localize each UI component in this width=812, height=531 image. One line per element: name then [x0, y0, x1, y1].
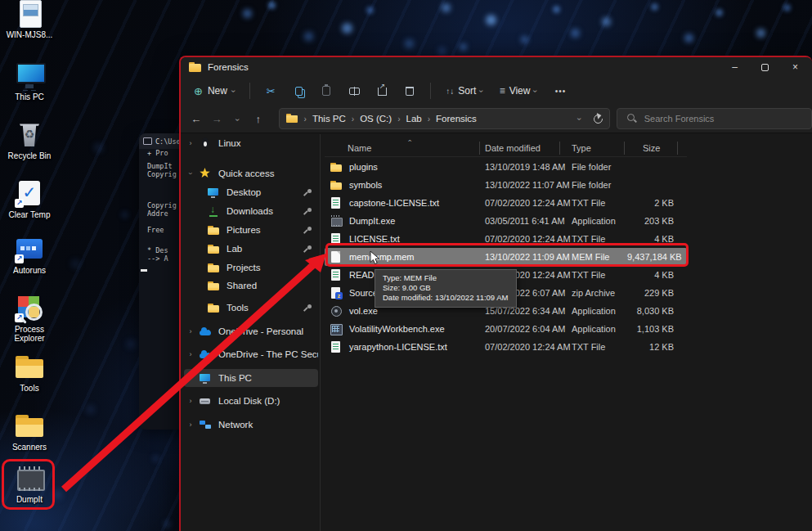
expand-chevron-icon[interactable]: › [184, 421, 197, 429]
sort-arrows-icon: ↑↓ [446, 87, 454, 96]
desktop-icon[interactable]: ↗ Process Explorer [2, 295, 56, 343]
sort-button[interactable]: ↑↓ Sort › [437, 85, 491, 97]
nav-item[interactable]: › Projects [184, 259, 318, 277]
shortcut-arrow-icon: ↗ [15, 254, 24, 263]
share-button[interactable] [368, 84, 396, 98]
shortcut-arrow-icon: ↗ [15, 313, 24, 322]
maximize-button[interactable] [750, 57, 780, 77]
navigation-pane: › Quick access › Desktop › Downloads [181, 134, 321, 531]
desktop-icon[interactable]: ↗ Scanners [2, 412, 56, 452]
file-date-modified: 07/02/2020 12:24 AM [485, 198, 572, 208]
refresh-icon[interactable] [593, 114, 603, 124]
nav-item[interactable]: › Tools [184, 299, 318, 317]
nav-item[interactable]: › Lab [184, 240, 318, 258]
breadcrumb-separator: › [304, 115, 307, 124]
nav-item-label: Pictures [227, 225, 304, 235]
pin-icon [304, 189, 312, 196]
new-button-label: New [208, 85, 227, 97]
column-header-size[interactable]: Size [625, 142, 678, 155]
expand-chevron-icon[interactable]: › [184, 397, 197, 405]
file-name: plugins [344, 162, 485, 172]
nav-item-label: Quick access [218, 169, 318, 178]
view-button[interactable]: ≡ View › [491, 85, 545, 97]
nav-item[interactable]: › Desktop [184, 183, 318, 201]
file-row[interactable]: DumpIt.exe 03/05/2011 6:41 AM Applicatio… [325, 212, 687, 230]
nav-item[interactable]: › Downloads [184, 202, 318, 220]
file-row[interactable]: VolatilityWorkbench.exe 20/07/2022 6:04 … [325, 320, 687, 338]
forward-button[interactable]: → [206, 113, 227, 125]
nav-item[interactable]: › Network [184, 416, 318, 434]
copy-button[interactable] [285, 84, 312, 98]
nav-item[interactable]: › OneDrive - The PC Security Channel [184, 345, 318, 363]
file-size: 4 KB [627, 270, 674, 280]
nav-item[interactable]: › Local Disk (D:) [184, 392, 318, 410]
back-button[interactable]: ← [186, 113, 206, 125]
desktop-icon[interactable]: ↗ This PC [2, 62, 56, 101]
desktop: ↗ This PC ↗ Recycle Bin ↗ Clear Temp [0, 0, 812, 531]
nav-item[interactable]: › OneDrive - Personal [184, 322, 318, 340]
file-date-modified: 20/07/2022 6:04 AM [485, 324, 572, 334]
desktop-icon[interactable]: ↗ Clear Temp [2, 180, 56, 219]
nav-item[interactable]: › Pictures [184, 221, 318, 239]
file-type: TXT File [572, 270, 627, 280]
file-row[interactable]: symbols 13/10/2022 11:07 AM File folder [325, 176, 687, 194]
more-options-button[interactable]: ••• [545, 87, 576, 96]
delete-button[interactable] [396, 84, 424, 98]
search-input[interactable] [644, 114, 800, 124]
nav-item-icon [207, 186, 220, 199]
column-header-type[interactable]: Type [560, 142, 625, 155]
search-box[interactable] [617, 108, 812, 129]
file-row[interactable]: yarapython-LICENSE.txt 07/02/2020 12:24 … [325, 338, 687, 356]
expand-chevron-icon[interactable]: › [184, 350, 197, 358]
column-header-date-modified[interactable]: Date modified [480, 142, 560, 155]
nav-item-label: Network [218, 420, 318, 430]
nav-item[interactable]: › Quick access [184, 164, 318, 182]
file-type: Application [572, 306, 627, 316]
desktop-icon[interactable]: ↗ Autoruns [2, 236, 56, 275]
breadcrumb-forensics[interactable]: Forensics [436, 114, 477, 124]
explorer-titlebar[interactable]: Forensics – × [181, 57, 812, 77]
breadcrumb-lab[interactable]: Lab [406, 114, 421, 124]
terminal-line: Copyrig [147, 201, 177, 209]
nav-item[interactable]: › Shared [184, 277, 318, 295]
desktop-icon[interactable]: ↗ WIN-MJS8... [2, 0, 56, 39]
file-size: 203 KB [627, 216, 674, 226]
explorer-toolbar: ⊕ New › ✂ ↑↓ Sort › ≡ View › ••• [181, 77, 812, 105]
breadcrumb-separator: › [428, 115, 430, 124]
file-row[interactable]: plugins 13/10/2019 1:48 AM File folder [325, 158, 687, 176]
column-header-name[interactable]: Name › [325, 142, 480, 155]
maximize-icon [761, 64, 769, 71]
rename-button[interactable] [340, 84, 368, 97]
cut-button[interactable]: ✂ [257, 85, 285, 97]
recent-locations-button[interactable]: › [233, 118, 242, 120]
close-button[interactable]: × [780, 57, 810, 77]
expand-chevron-icon[interactable]: › [186, 167, 195, 180]
address-dropdown-chevron[interactable]: › [576, 117, 585, 119]
file-icon [330, 178, 343, 191]
file-row[interactable]: capstone-LICENSE.txt 07/02/2020 12:24 AM… [325, 194, 687, 212]
breadcrumb-separator: › [397, 115, 400, 124]
desktop-icon-image: ↗ [15, 0, 44, 28]
desktop-icon-image: ↗ [15, 236, 44, 263]
expand-chevron-icon[interactable]: › [184, 139, 197, 147]
terminal-line: Copyrig [147, 170, 177, 178]
nav-item[interactable]: › This PC [184, 369, 318, 387]
paste-button[interactable] [312, 83, 340, 98]
nav-item[interactable]: › Linux [184, 134, 318, 152]
file-name: yarapython-LICENSE.txt [344, 342, 485, 352]
file-icon [330, 214, 343, 227]
breadcrumb-this-pc[interactable]: This PC [312, 114, 346, 124]
address-bar[interactable]: › This PC › OS (C:) › Lab › Forensics › [279, 108, 610, 129]
file-icon [330, 304, 343, 317]
expand-chevron-icon[interactable]: › [184, 374, 197, 382]
breadcrumb-os-c[interactable]: OS (C:) [360, 114, 392, 124]
sort-button-label: Sort [458, 85, 476, 97]
desktop-icon[interactable]: ↗ Recycle Bin [2, 121, 56, 160]
minimize-button[interactable]: – [720, 57, 750, 77]
desktop-icon[interactable]: ↗ Tools [2, 353, 56, 393]
up-button[interactable]: ↑ [248, 113, 268, 125]
expand-chevron-icon[interactable]: › [184, 327, 197, 335]
nav-item-icon [207, 301, 220, 314]
new-button[interactable]: ⊕ New › [181, 85, 243, 97]
nav-item-icon [199, 137, 212, 150]
